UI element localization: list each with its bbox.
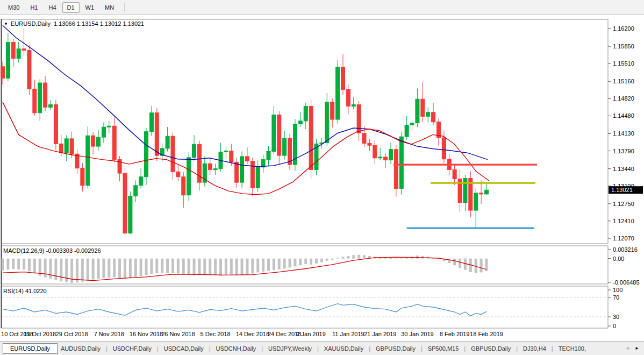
svg-text:1.14130: 1.14130 bbox=[613, 130, 634, 137]
svg-text:100: 100 bbox=[613, 287, 622, 293]
timeframe-toolbar: M30H1H4D1W1MN bbox=[0, 0, 644, 15]
svg-text:1.12410: 1.12410 bbox=[613, 218, 634, 224]
symbol-dropdown-icon[interactable]: ▼ bbox=[4, 22, 8, 26]
svg-text:1.13021: 1.13021 bbox=[611, 187, 633, 193]
main-panel-frame bbox=[1, 19, 608, 244]
svg-text:18 Feb 2019: 18 Feb 2019 bbox=[470, 331, 503, 337]
chart-tab-10-dj30-h4[interactable]: DJ30,H4 bbox=[522, 344, 547, 353]
trading-platform-window: M30H1H4D1W1MN 1.162001.158501.155101.151… bbox=[0, 0, 644, 355]
svg-text:16 Nov 2018: 16 Nov 2018 bbox=[130, 331, 163, 337]
svg-text:0.003216: 0.003216 bbox=[613, 246, 638, 253]
svg-text:14 Dec 2018: 14 Dec 2018 bbox=[236, 331, 269, 337]
svg-text:11 Jan 2019: 11 Jan 2019 bbox=[332, 331, 364, 337]
rsi-axis: 10070300 bbox=[608, 287, 622, 329]
svg-text:1.14820: 1.14820 bbox=[613, 95, 634, 102]
toolbar-separator bbox=[124, 3, 125, 12]
timeframe-button-m30[interactable]: M30 bbox=[3, 2, 24, 13]
svg-text:1.15160: 1.15160 bbox=[613, 78, 634, 84]
chart-tab-0-eurusd-daily[interactable]: EURUSD,Daily bbox=[3, 343, 58, 354]
rsi-panel-frame bbox=[1, 286, 608, 328]
tab-scroll-left-icon[interactable]: ◄ bbox=[622, 346, 632, 351]
svg-text:1.16200: 1.16200 bbox=[613, 25, 634, 32]
svg-text:1.12750: 1.12750 bbox=[613, 201, 634, 207]
svg-text:30: 30 bbox=[613, 314, 619, 320]
tab-separator: | bbox=[552, 345, 553, 352]
current-price-label: 1.13021 bbox=[609, 186, 643, 194]
svg-text:7 Nov 2018: 7 Nov 2018 bbox=[94, 331, 124, 337]
svg-text:-0.006485: -0.006485 bbox=[613, 279, 640, 286]
svg-text:5 Dec 2018: 5 Dec 2018 bbox=[200, 331, 230, 337]
svg-text:30 Jan 2019: 30 Jan 2019 bbox=[401, 331, 434, 337]
timeframe-button-d1[interactable]: D1 bbox=[62, 2, 80, 13]
price-axis: 1.162001.158501.155101.151601.148201.144… bbox=[608, 25, 634, 242]
chart-tab-9-gbpusd-daily[interactable]: GBPUSD,Daily bbox=[470, 344, 512, 353]
tab-separator: | bbox=[157, 345, 159, 352]
svg-text:26 Nov 2018: 26 Nov 2018 bbox=[161, 331, 195, 337]
svg-text:21 Jan 2019: 21 Jan 2019 bbox=[364, 331, 397, 337]
macd-indicator-label: MACD(12,26,9) -0.003303 -0.002926 bbox=[3, 247, 101, 254]
timeframe-button-h4[interactable]: H4 bbox=[44, 2, 61, 13]
tab-separator: | bbox=[209, 345, 211, 352]
chart-tabbar: EURUSD,DailyAUDUSD,Daily|USDCHF,Daily|US… bbox=[0, 341, 644, 355]
macd-axis: 0.0032160.00-0.006485 bbox=[608, 246, 640, 286]
timeframe-button-mn[interactable]: MN bbox=[100, 2, 119, 13]
chart-tab-3-usdcad-daily[interactable]: USDCAD,Daily bbox=[163, 344, 205, 353]
chart-symbol-label: EURUSD,Daily bbox=[11, 20, 51, 27]
date-axis: 10 Oct 201819 Oct 201829 Oct 20187 Nov 2… bbox=[1, 331, 503, 337]
chart-tab-5-usdjpy-weekly[interactable]: USDJPY,Weekly bbox=[267, 344, 313, 353]
tab-separator: | bbox=[464, 345, 466, 352]
svg-text:29 Oct 2018: 29 Oct 2018 bbox=[56, 331, 88, 337]
svg-text:1.13790: 1.13790 bbox=[613, 148, 634, 154]
chart-tab-1-audusd-daily[interactable]: AUDUSD,Daily bbox=[60, 344, 102, 353]
chart-tab-7-gbpusd-daily[interactable]: GBPUSD,Daily bbox=[375, 344, 417, 353]
tab-scroll-controls: ◄► bbox=[622, 346, 644, 351]
chart-tab-2-usdchf-daily[interactable]: USDCHF,Daily bbox=[112, 344, 153, 353]
svg-text:0.00: 0.00 bbox=[613, 255, 624, 262]
chart-tab-8-sp500-m15[interactable]: SP500,M15 bbox=[427, 344, 460, 353]
timeframe-button-w1[interactable]: W1 bbox=[81, 2, 99, 13]
chart-tab-11-tech100[interactable]: TECH100, bbox=[557, 344, 587, 353]
chart-tab-6-xauusd-daily[interactable]: XAUUSD,Daily bbox=[323, 344, 364, 353]
svg-text:1.15510: 1.15510 bbox=[613, 60, 634, 67]
chart-ohlc-values: 1.13066 1.13154 1.13012 1.13021 bbox=[54, 20, 144, 27]
tab-scroll-right-icon[interactable]: ► bbox=[632, 346, 642, 351]
chart-canvas[interactable]: 1.162001.158501.155101.151601.148201.144… bbox=[0, 0, 644, 355]
tab-separator: | bbox=[369, 345, 370, 352]
tab-separator: | bbox=[106, 345, 108, 352]
svg-text:70: 70 bbox=[613, 294, 619, 301]
tab-separator: | bbox=[516, 345, 518, 352]
svg-text:1.15850: 1.15850 bbox=[613, 43, 634, 49]
tab-separator: | bbox=[317, 345, 319, 352]
timeframe-button-h1[interactable]: H1 bbox=[25, 2, 42, 13]
chart-tab-4-usdcnh-daily[interactable]: USDCNH,Daily bbox=[215, 344, 257, 353]
svg-text:0: 0 bbox=[613, 323, 616, 329]
tab-separator: | bbox=[261, 345, 263, 352]
chart-title: ▼EURUSD,Daily 1.13066 1.13154 1.13012 1.… bbox=[4, 20, 144, 27]
rsi-indicator-label: RSI(14) 41.0220 bbox=[3, 288, 47, 294]
chart-area[interactable]: 1.162001.158501.155101.151601.148201.144… bbox=[0, 0, 644, 355]
svg-text:19 Oct 2018: 19 Oct 2018 bbox=[24, 331, 56, 337]
tab-separator: | bbox=[421, 345, 423, 352]
svg-text:1.14480: 1.14480 bbox=[613, 112, 634, 119]
svg-text:1.12070: 1.12070 bbox=[613, 235, 634, 242]
svg-text:1.13440: 1.13440 bbox=[613, 166, 634, 172]
svg-text:2 Jan 2019: 2 Jan 2019 bbox=[296, 331, 325, 337]
svg-text:8 Feb 2019: 8 Feb 2019 bbox=[440, 331, 470, 337]
